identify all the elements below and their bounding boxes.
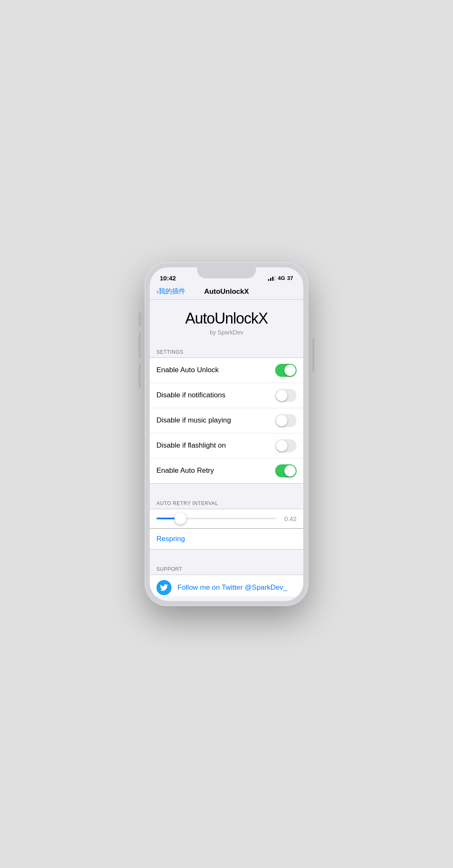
signal-icon: [268, 276, 276, 281]
notch: [197, 267, 256, 278]
toggle-knob: [276, 390, 287, 401]
slider-thumb[interactable]: [174, 513, 186, 524]
twitter-link-label[interactable]: Follow me on Twitter @SparkDev_: [177, 583, 287, 592]
nav-title: AutoUnlockX: [204, 288, 249, 296]
app-name: AutoUnlockX: [156, 310, 297, 327]
status-right: 4G 37: [268, 275, 293, 281]
disable-music-row: Disable if music playing: [150, 408, 303, 433]
enable-auto-retry-row: Enable Auto Retry: [150, 459, 303, 483]
toggle-knob: [276, 440, 287, 451]
battery-level: 37: [287, 275, 293, 281]
disable-notifications-label: Disable if notifications: [156, 391, 225, 399]
status-time: 10:42: [160, 275, 176, 282]
support-header: SUPPORT: [150, 560, 303, 575]
phone-screen: 10:42 4G 37 ‹ 我的插件 AutoUnlockX: [150, 267, 303, 601]
toggle-knob: [276, 415, 287, 426]
enable-auto-retry-toggle[interactable]: [275, 464, 297, 477]
auto-retry-header: AUTO RETRY INTERVAL: [150, 494, 303, 509]
scroll-content[interactable]: AutoUnlockX by SparkDev SETTINGS Enable …: [150, 300, 303, 596]
back-label: 我的插件: [159, 287, 185, 296]
enable-auto-unlock-label: Enable Auto Unlock: [156, 366, 219, 374]
settings-section-header: SETTINGS: [150, 342, 303, 358]
slider-track[interactable]: [156, 518, 276, 519]
app-header: AutoUnlockX by SparkDev: [150, 300, 303, 342]
twitter-row[interactable]: Follow me on Twitter @SparkDev_: [150, 575, 303, 596]
disable-flashlight-label: Disable if flashlight on: [156, 441, 226, 450]
disable-flashlight-row: Disable if flashlight on: [150, 433, 303, 459]
respring-label[interactable]: Respring: [156, 535, 185, 543]
enable-auto-unlock-row: Enable Auto Unlock: [150, 358, 303, 383]
mute-button[interactable]: [139, 313, 141, 326]
phone-frame: 10:42 4G 37 ‹ 我的插件 AutoUnlockX: [145, 262, 308, 606]
navigation-bar: ‹ 我的插件 AutoUnlockX: [150, 286, 303, 300]
slider-row: 0.42: [150, 509, 303, 529]
volume-down-button[interactable]: [139, 363, 141, 388]
slider-value: 0.42: [281, 515, 297, 522]
auto-retry-section: AUTO RETRY INTERVAL 0.42: [150, 494, 303, 529]
settings-group: Enable Auto Unlock Disable if notificati…: [150, 358, 303, 484]
disable-notifications-toggle[interactable]: [275, 389, 297, 402]
back-button[interactable]: ‹ 我的插件: [156, 287, 185, 296]
enable-auto-unlock-toggle[interactable]: [275, 364, 297, 377]
enable-auto-retry-label: Enable Auto Retry: [156, 466, 214, 475]
disable-music-toggle[interactable]: [275, 414, 297, 427]
volume-up-button[interactable]: [139, 333, 141, 358]
network-type: 4G: [278, 275, 285, 281]
support-section: SUPPORT Follow me on Twitter @SparkDev_: [150, 560, 303, 596]
disable-flashlight-toggle[interactable]: [275, 439, 297, 452]
app-author: by SparkDev: [156, 329, 297, 336]
toggle-knob: [284, 465, 296, 477]
disable-notifications-row: Disable if notifications: [150, 383, 303, 408]
toggle-knob: [284, 365, 296, 376]
disable-music-label: Disable if music playing: [156, 416, 231, 425]
twitter-icon: [156, 580, 172, 595]
power-button[interactable]: [312, 338, 314, 371]
respring-row[interactable]: Respring: [150, 529, 303, 549]
